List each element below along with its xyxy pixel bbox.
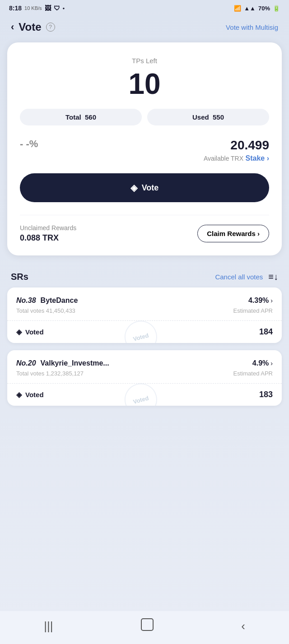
sr-top-row-2: No.20 Valkyrie_Investme... 4.9% › [16, 359, 273, 367]
srs-title: SRs [11, 272, 28, 282]
sr-voted-row-1: ◈ Voted Voted 184 [16, 321, 273, 343]
total-label: Total [65, 113, 81, 121]
srs-actions: Cancel all votes ≡↓ [215, 272, 278, 282]
sr-voted-count-2: 183 [259, 390, 273, 399]
sr-apr-row-1: 4.39% › [248, 297, 273, 305]
bottom-nav: ||| ‹ [0, 611, 289, 644]
total-stat: Total 560 [20, 109, 142, 125]
sr-apr-1: 4.39% [248, 297, 269, 305]
sr-votes-row-2: Total votes 1,232,385,127 Estimated APR [16, 370, 273, 377]
sr-name-2: Valkyrie_Investme... [41, 359, 109, 367]
sr-estimated-1: Estimated APR [233, 307, 273, 314]
nav-home-button[interactable] [130, 616, 164, 636]
cancel-all-votes-link[interactable]: Cancel all votes [215, 273, 263, 281]
back-button[interactable]: ‹ [11, 21, 14, 33]
total-value: 560 [85, 113, 96, 121]
used-stat: Used 550 [147, 109, 269, 125]
tps-value: 10 [20, 68, 269, 100]
sr-total-votes-2: Total votes 1,232,385,127 [16, 370, 84, 377]
stats-row: Total 560 Used 550 [20, 109, 269, 125]
header-left: ‹ Vote ? [11, 21, 55, 33]
sr-card-1[interactable]: No.38 ByteDance 4.39% › Total votes 41,4… [7, 287, 282, 343]
trx-amount: 20.499 [230, 138, 269, 153]
rewards-left: Unclaimed Rewards 0.088 TRX [20, 224, 76, 243]
voted-diamond-icon-1: ◈ [16, 328, 22, 336]
available-label: Available TRX [204, 155, 243, 162]
voted-stamp-2: Voted [121, 380, 161, 406]
status-time: 8:18 [9, 5, 22, 12]
available-row: Available TRX Stake › [20, 154, 269, 162]
sr-voted-label-2: ◈ Voted [16, 390, 44, 399]
sr-votes-label-2: Total votes [16, 370, 44, 377]
status-left: 8:18 10 KB/s 🖼 🛡 ● [9, 5, 65, 12]
sort-icon[interactable]: ≡↓ [268, 272, 278, 282]
sr-voted-count-1: 184 [259, 327, 273, 337]
status-speed: 10 KB/s [24, 5, 42, 11]
unclaimed-label: Unclaimed Rewards [20, 224, 76, 232]
stake-link[interactable]: Stake › [246, 154, 269, 162]
voted-text-1: Voted [25, 328, 44, 336]
sr-apr-2: 4.9% [252, 359, 269, 367]
nav-back-button[interactable]: ‹ [230, 617, 256, 635]
srs-header: SRs Cancel all votes ≡↓ [0, 264, 289, 287]
signal-icon: ▲▲ [244, 5, 256, 12]
tps-label: TPs Left [20, 57, 269, 65]
photo-icon: 🖼 [45, 5, 51, 12]
card-divider [20, 215, 269, 215]
voted-diamond-icon-2: ◈ [16, 390, 22, 399]
vote-button-label: Vote [142, 183, 159, 193]
percentage-row: - -% 20.499 [20, 138, 269, 153]
nav-menu-button[interactable]: ||| [33, 617, 64, 635]
status-right: 📶 ▲▲ 70% 🔋 [234, 5, 280, 12]
wifi-icon: 📶 [234, 5, 241, 12]
unclaimed-value: 0.088 TRX [20, 233, 76, 243]
help-icon[interactable]: ? [46, 23, 55, 32]
voted-stamp-1: Voted [121, 317, 161, 343]
main-card: TPs Left 10 Total 560 Used 550 - -% 20.4… [7, 42, 282, 255]
sr-votes-label-1: Total votes [16, 307, 44, 314]
page-title: Vote [19, 21, 41, 33]
sr-chevron-2: › [270, 360, 273, 367]
battery-icon: 🔋 [273, 5, 280, 12]
sr-votes-value-1: 41,450,433 [46, 307, 75, 314]
sr-number-2: No.20 [16, 359, 36, 367]
sr-number-1: No.38 [16, 297, 36, 305]
sr-name-row-2: No.20 Valkyrie_Investme... [16, 359, 109, 367]
battery-pct: 70% [258, 5, 270, 12]
claim-rewards-button[interactable]: Claim Rewards › [197, 225, 269, 242]
sr-votes-row-1: Total votes 41,450,433 Estimated APR [16, 307, 273, 314]
vote-diamond-icon: ◈ [131, 182, 137, 193]
percentage-label: - -% [20, 138, 38, 150]
sr-chevron-1: › [270, 297, 273, 304]
shield-icon: 🛡 [54, 5, 60, 12]
sr-name-row-1: No.38 ByteDance [16, 297, 78, 305]
dot-icon: ● [63, 6, 65, 10]
used-value: 550 [213, 113, 224, 121]
used-label: Used [192, 113, 209, 121]
sr-top-row-1: No.38 ByteDance 4.39% › [16, 297, 273, 305]
sr-voted-label-1: ◈ Voted [16, 328, 44, 336]
page-header: ‹ Vote ? Vote with Multisig [0, 14, 289, 42]
status-bar: 8:18 10 KB/s 🖼 🛡 ● 📶 ▲▲ 70% 🔋 [0, 0, 289, 14]
home-icon [141, 618, 154, 631]
sr-name-1: ByteDance [41, 297, 78, 305]
sr-estimated-2: Estimated APR [233, 370, 273, 377]
rewards-row: Unclaimed Rewards 0.088 TRX Claim Reward… [20, 224, 269, 243]
sr-voted-row-2: ◈ Voted Voted 183 [16, 384, 273, 406]
vote-button[interactable]: ◈ Vote [20, 173, 269, 202]
multisig-link[interactable]: Vote with Multisig [226, 23, 278, 31]
voted-text-2: Voted [25, 391, 44, 398]
sr-votes-value-2: 1,232,385,127 [46, 370, 84, 377]
sr-apr-row-2: 4.9% › [252, 359, 273, 367]
sr-card-2[interactable]: No.20 Valkyrie_Investme... 4.9% › Total … [7, 350, 282, 406]
sr-total-votes-1: Total votes 41,450,433 [16, 307, 75, 314]
